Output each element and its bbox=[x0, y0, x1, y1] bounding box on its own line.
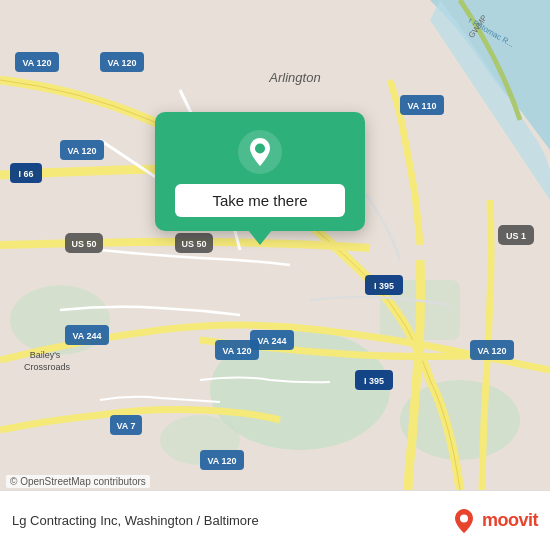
svg-text:US 50: US 50 bbox=[181, 239, 206, 249]
svg-text:VA 120: VA 120 bbox=[107, 58, 136, 68]
svg-text:VA 120: VA 120 bbox=[207, 456, 236, 466]
svg-text:Bailey's: Bailey's bbox=[30, 350, 61, 360]
svg-point-45 bbox=[460, 514, 468, 522]
footer-bar: Lg Contracting Inc, Washington / Baltimo… bbox=[0, 490, 550, 550]
moovit-logo: moovit bbox=[450, 507, 538, 535]
take-me-there-button[interactable]: Take me there bbox=[175, 184, 345, 217]
svg-text:VA 120: VA 120 bbox=[222, 346, 251, 356]
svg-text:US 50: US 50 bbox=[71, 239, 96, 249]
footer-business-info: Lg Contracting Inc, Washington / Baltimo… bbox=[12, 513, 450, 528]
moovit-pin-icon bbox=[450, 507, 478, 535]
svg-text:VA 120: VA 120 bbox=[477, 346, 506, 356]
location-pin-icon bbox=[238, 130, 282, 174]
svg-text:VA 110: VA 110 bbox=[407, 101, 436, 111]
svg-text:VA 244: VA 244 bbox=[72, 331, 101, 341]
svg-text:I 395: I 395 bbox=[374, 281, 394, 291]
svg-text:I 66: I 66 bbox=[18, 169, 33, 179]
osm-credit: © OpenStreetMap contributors bbox=[6, 475, 150, 488]
svg-text:Arlington: Arlington bbox=[268, 70, 320, 85]
map-container: VA 120 VA 120 I 66 US 50 US 50 VA 244 VA… bbox=[0, 0, 550, 490]
svg-text:I 395: I 395 bbox=[364, 376, 384, 386]
popup-card: Take me there bbox=[155, 112, 365, 231]
map-svg: VA 120 VA 120 I 66 US 50 US 50 VA 244 VA… bbox=[0, 0, 550, 490]
svg-text:VA 120: VA 120 bbox=[67, 146, 96, 156]
svg-text:US 1: US 1 bbox=[506, 231, 526, 241]
svg-text:VA 7: VA 7 bbox=[116, 421, 135, 431]
svg-text:Crossroads: Crossroads bbox=[24, 362, 71, 372]
svg-text:VA 120: VA 120 bbox=[22, 58, 51, 68]
moovit-brand-text: moovit bbox=[482, 510, 538, 531]
svg-text:VA 244: VA 244 bbox=[257, 336, 286, 346]
svg-point-44 bbox=[255, 144, 265, 154]
